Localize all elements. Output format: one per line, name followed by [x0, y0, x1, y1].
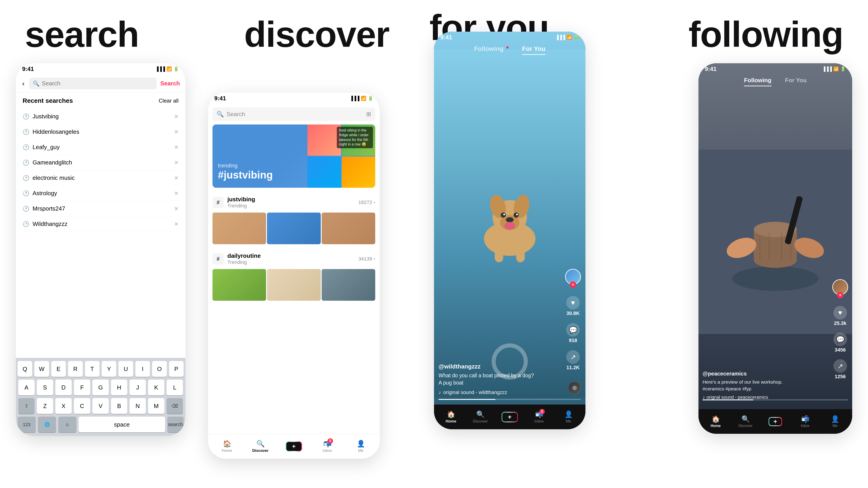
key-numbers[interactable]: 123 — [18, 417, 36, 432]
like-button[interactable]: ♥ 25.3k — [833, 306, 847, 326]
like-button[interactable]: ♥ 30.8K — [566, 296, 580, 316]
back-button[interactable]: ‹ — [21, 78, 26, 89]
key-h[interactable]: H — [111, 380, 127, 395]
heart-icon: ♥ — [833, 306, 847, 320]
following-bottom-info: @peaceceramics Here's a preview of our l… — [703, 370, 833, 400]
key-s[interactable]: S — [37, 380, 53, 395]
search-item-5: 🕐 Astrology ✕ — [23, 186, 179, 201]
nav-me[interactable]: 👤 Me — [352, 440, 370, 453]
nav-me[interactable]: 👤 Me — [826, 415, 844, 428]
search-status-bar: 9:41 ▐▐▐ 📶 🔋 — [16, 63, 185, 74]
nav-plus[interactable]: + — [501, 412, 519, 422]
key-j[interactable]: J — [129, 380, 146, 395]
nav-inbox[interactable]: 📬 9 Inbox — [318, 440, 336, 453]
search-input[interactable] — [42, 80, 153, 87]
key-f[interactable]: F — [74, 380, 90, 395]
key-w[interactable]: W — [34, 361, 49, 377]
key-b[interactable]: B — [111, 398, 127, 414]
key-k[interactable]: K — [148, 380, 164, 395]
key-x[interactable]: X — [55, 398, 72, 414]
nav-inbox[interactable]: 📬 Inbox — [796, 415, 814, 428]
plus-button[interactable]: + — [502, 412, 518, 422]
plus-button[interactable]: + — [769, 417, 782, 426]
key-search[interactable]: search — [167, 417, 184, 432]
key-m[interactable]: M — [148, 398, 164, 414]
wifi-icon: 📶 — [566, 35, 572, 40]
key-emoji[interactable]: ☺ — [58, 417, 76, 432]
discover-status-icons: ▐▐▐ 📶 🔋 — [350, 96, 373, 101]
search-button[interactable]: Search — [160, 80, 180, 87]
video-content — [434, 50, 585, 398]
key-shift[interactable]: ⇧ — [18, 398, 35, 414]
nav-me[interactable]: 👤 Me — [559, 410, 578, 424]
key-u[interactable]: U — [119, 361, 133, 377]
key-a[interactable]: A — [18, 380, 35, 395]
key-z[interactable]: Z — [37, 398, 53, 414]
tab-following[interactable]: Following — [744, 77, 771, 86]
key-globe[interactable]: 🌐 — [38, 417, 56, 432]
comment-button[interactable]: 💬 3456 — [833, 332, 847, 353]
share-button[interactable]: ↗ 11.2K — [566, 350, 580, 370]
comment-button[interactable]: 💬 918 — [566, 323, 580, 344]
close-icon-3[interactable]: ✕ — [174, 160, 179, 166]
key-c[interactable]: C — [74, 398, 90, 414]
trending-item-dailyroutine[interactable]: # dailyroutine Trending 34139 › — [208, 249, 380, 269]
video-progress[interactable] — [438, 399, 581, 400]
foryou-tab-label: For You — [785, 77, 807, 84]
trending-grid-1 — [213, 269, 375, 301]
me-icon: 👤 — [564, 410, 573, 418]
tab-for-you[interactable]: For You — [522, 45, 546, 55]
record-disc — [568, 382, 581, 394]
nav-home[interactable]: 🏠 Home — [442, 410, 460, 424]
nav-discover[interactable]: 🔍 Discover — [737, 415, 754, 428]
close-icon-0[interactable]: ✕ — [174, 113, 179, 120]
tab-following[interactable]: Following — [474, 45, 508, 55]
key-d[interactable]: D — [55, 380, 72, 395]
close-icon-6[interactable]: ✕ — [174, 205, 179, 212]
nav-plus[interactable]: + — [285, 441, 303, 452]
discover-icon: 🔍 — [256, 440, 265, 448]
close-icon-4[interactable]: ✕ — [174, 175, 179, 181]
follow-plus-icon[interactable]: + — [837, 292, 843, 298]
search-item-6: 🕐 Mrsports247 ✕ — [23, 201, 179, 217]
video-progress[interactable] — [703, 399, 848, 400]
nav-home[interactable]: 🏠 Home — [218, 440, 236, 453]
key-r[interactable]: R — [68, 361, 83, 377]
key-l[interactable]: L — [166, 380, 183, 395]
key-e[interactable]: E — [51, 361, 66, 377]
search-item-3: 🕐 Gameandglitch ✕ — [23, 155, 179, 170]
key-g[interactable]: G — [92, 380, 109, 395]
key-y[interactable]: Y — [102, 361, 116, 377]
close-icon-7[interactable]: ✕ — [174, 221, 179, 227]
close-icon-2[interactable]: ✕ — [174, 144, 179, 151]
key-p[interactable]: P — [169, 361, 184, 377]
trending-item-justvibing[interactable]: # justvibing Trending 18272 › — [208, 192, 380, 213]
nav-discover[interactable]: 🔍 Discover — [471, 410, 489, 424]
share-button[interactable]: ↗ 1256 — [833, 359, 847, 380]
key-i[interactable]: I — [135, 361, 150, 377]
nav-inbox[interactable]: 📬 3 Inbox — [530, 410, 548, 424]
nav-discover[interactable]: 🔍 Discover — [251, 440, 270, 453]
key-backspace[interactable]: ⌫ — [166, 398, 183, 414]
nav-plus[interactable]: + — [766, 417, 784, 426]
tab-for-you[interactable]: For You — [785, 77, 807, 86]
key-t[interactable]: T — [85, 361, 99, 377]
nav-home[interactable]: 🏠 Home — [707, 415, 725, 428]
foryou-status-time: 9:41 — [440, 34, 452, 41]
plus-button[interactable]: + — [286, 441, 302, 452]
discover-status-bar: 9:41 ▐▐▐ 📶 🔋 — [208, 93, 380, 104]
key-n[interactable]: N — [129, 398, 146, 414]
close-icon-1[interactable]: ✕ — [174, 129, 179, 135]
key-q[interactable]: Q — [18, 361, 32, 377]
following-tab-label: Following — [474, 45, 504, 52]
key-v[interactable]: V — [92, 398, 109, 414]
close-icon-5[interactable]: ✕ — [174, 190, 179, 197]
search-title: search — [25, 13, 139, 55]
key-space[interactable]: space — [79, 417, 165, 432]
follow-plus-icon[interactable]: + — [570, 282, 576, 288]
clear-all-button[interactable]: Clear all — [159, 98, 179, 104]
home-icon: 🏠 — [223, 440, 231, 448]
key-o[interactable]: O — [152, 361, 166, 377]
discover-search-bar[interactable]: 🔍 Search ⊞ — [213, 107, 375, 121]
trending-info-1: dailyroutine Trending — [227, 252, 358, 265]
